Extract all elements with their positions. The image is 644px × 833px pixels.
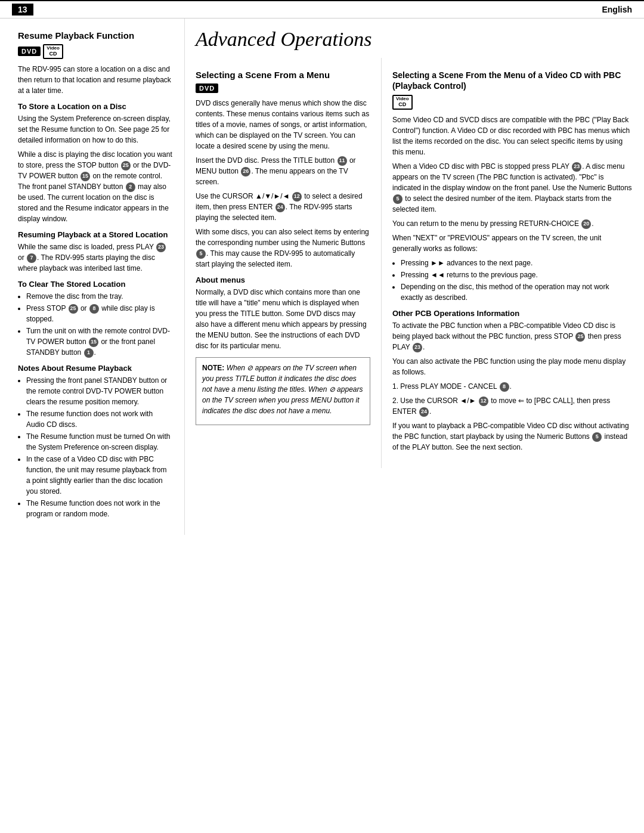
final-para: If you want to playback a PBC-compatible… xyxy=(392,420,632,453)
mid-column: Selecting a Scene From a Menu DVD DVD di… xyxy=(185,58,382,468)
dvd-badge-row: DVD xyxy=(196,83,370,93)
notes-bullet-5: The Resume function does not work in the… xyxy=(26,498,172,519)
other-pcb-body2: You can also activate the PBC function u… xyxy=(392,356,632,377)
notes-resume-heading: Notes About Resume Playback xyxy=(18,364,172,373)
circle-8a: 8 xyxy=(89,304,99,314)
clear-location-list: Remove the disc from the tray. Press STO… xyxy=(26,291,172,358)
circle-5a: 5 xyxy=(196,249,206,259)
page-header: 13 English xyxy=(0,0,644,18)
circle-5b: 5 xyxy=(393,194,402,204)
other-pcb-body1: To activate the PBC function when a PBC-… xyxy=(392,320,632,352)
other-pcb-heading: Other PCB Operations Information xyxy=(392,309,632,318)
content-wrapper: Resume Playback Function DVD Video CD Th… xyxy=(0,18,644,535)
circle-2a: 2 xyxy=(126,182,135,192)
store-location-body2: While a disc is playing the disc locatio… xyxy=(18,149,172,224)
about-menus-heading: About menus xyxy=(196,275,370,284)
clear-bullet-2: Press STOP 25 or 8 while disc play is st… xyxy=(26,303,172,324)
circle-12b: 12 xyxy=(479,397,488,406)
note-label: NOTE: xyxy=(202,364,224,372)
circle-1a: 1 xyxy=(84,348,94,358)
video-cd-badge: Video CD xyxy=(43,44,63,59)
pbc-para3: You can return to the menu by pressing R… xyxy=(392,218,632,229)
circle-23b: 23 xyxy=(572,162,581,172)
step1: 1. Press PLAY MODE - CANCEL 8. xyxy=(392,381,632,392)
right-column: Selecting a Scene From the Menu of a Vid… xyxy=(382,58,644,468)
circle-5c: 5 xyxy=(592,432,602,442)
video-cd-badge-row-right: Video CD xyxy=(392,95,632,110)
pbc-para4: When "NEXT" or "PREVIOUS" appears on the… xyxy=(392,233,632,254)
notes-bullet-2: The resume function does not work with A… xyxy=(26,408,172,430)
notes-bullet-3: The Resume function must be turned On wi… xyxy=(26,431,172,453)
page-language: English xyxy=(602,5,632,14)
clear-location-heading: To Clear The Stored Location xyxy=(18,280,172,289)
selecting-scene-para3: Use the CURSOR ▲/▼/►/◄ 12 to select a de… xyxy=(196,191,370,223)
circle-25: 25 xyxy=(121,161,131,171)
circle-25c: 25 xyxy=(575,332,585,342)
clear-bullet-1: Remove the disc from the tray. xyxy=(26,291,172,302)
pbc-section-heading: Selecting a Scene From the Menu of a Vid… xyxy=(392,70,632,91)
circle-7: 7 xyxy=(27,253,36,263)
next-bullet-3: Depending on the disc, this method of th… xyxy=(401,281,632,303)
circle-25b: 25 xyxy=(69,304,78,314)
circle-12a: 12 xyxy=(292,192,302,202)
circle-15a: 15 xyxy=(80,172,90,181)
circle-20: 20 xyxy=(581,219,591,229)
notes-bullet-1: Pressing the front panel STANDBY button … xyxy=(26,375,172,407)
format-badges: DVD Video CD xyxy=(18,44,172,59)
selecting-scene-para2: Insert the DVD disc. Press the TITLE but… xyxy=(196,155,370,187)
circle-24b: 24 xyxy=(419,407,429,417)
notes-bullet-4: In the case of a Video CD disc with PBC … xyxy=(26,454,172,497)
circle-26: 26 xyxy=(241,167,250,176)
title-area: Advanced Operations xyxy=(185,18,644,58)
next-prev-list: Pressing ►► advances to the next page. P… xyxy=(401,258,632,303)
mid-right-top: Selecting a Scene From a Menu DVD DVD di… xyxy=(185,58,644,468)
selecting-scene-para4: With some discs, you can also select ite… xyxy=(196,227,370,270)
about-menus-body: Normally, a DVD disc which contains more… xyxy=(196,287,370,351)
pbc-intro: Some Video CD and SVCD discs are compati… xyxy=(392,114,632,157)
resume-playback-heading: Resume Playback Function xyxy=(18,30,172,41)
resuming-playback-body: While the same disc is loaded, press PLA… xyxy=(18,241,172,274)
resume-intro: The RDV-995 can store a location on a di… xyxy=(18,64,172,96)
pbc-para2: When a Video CD disc with PBC is stopped… xyxy=(392,161,632,215)
note-text: NOTE: When ⊘ appears on the TV screen wh… xyxy=(202,363,364,416)
circle-23c: 23 xyxy=(413,343,422,352)
page-number: 13 xyxy=(12,4,33,16)
store-location-heading: To Store a Location on a Disc xyxy=(18,102,172,111)
next-bullet-1: Pressing ►► advances to the next page. xyxy=(401,258,632,268)
circle-8b: 8 xyxy=(500,382,509,392)
next-bullet-2: Pressing ◄◄ returns to the previous page… xyxy=(401,270,632,280)
mid-right-wrapper: Advanced Operations Selecting a Scene Fr… xyxy=(185,18,644,535)
circle-23a: 23 xyxy=(156,243,166,252)
note-box: NOTE: When ⊘ appears on the TV screen wh… xyxy=(196,357,370,425)
selecting-scene-heading: Selecting a Scene From a Menu xyxy=(196,70,370,80)
notes-resume-list: Pressing the front panel STANDBY button … xyxy=(26,375,172,519)
selecting-scene-intro: DVD discs generally have menus which sho… xyxy=(196,98,370,151)
left-column: Resume Playback Function DVD Video CD Th… xyxy=(0,18,185,535)
circle-15b: 15 xyxy=(89,337,98,347)
dvd-badge-mid: DVD xyxy=(196,83,218,93)
circle-11: 11 xyxy=(338,156,347,166)
resuming-playback-heading: Resuming Playback at a Stored Location xyxy=(18,230,172,239)
video-cd-badge-right: Video CD xyxy=(392,95,413,110)
step2: 2. Use the CURSOR ◄/► 12 to move ⇐ to [P… xyxy=(392,395,632,417)
circle-24a: 24 xyxy=(275,203,285,212)
clear-bullet-3: Turn the unit on with the remote control… xyxy=(26,326,172,358)
main-title: Advanced Operations xyxy=(196,28,633,51)
dvd-badge: DVD xyxy=(18,47,41,56)
store-location-body1: Using the System Preference on-screen di… xyxy=(18,113,172,145)
